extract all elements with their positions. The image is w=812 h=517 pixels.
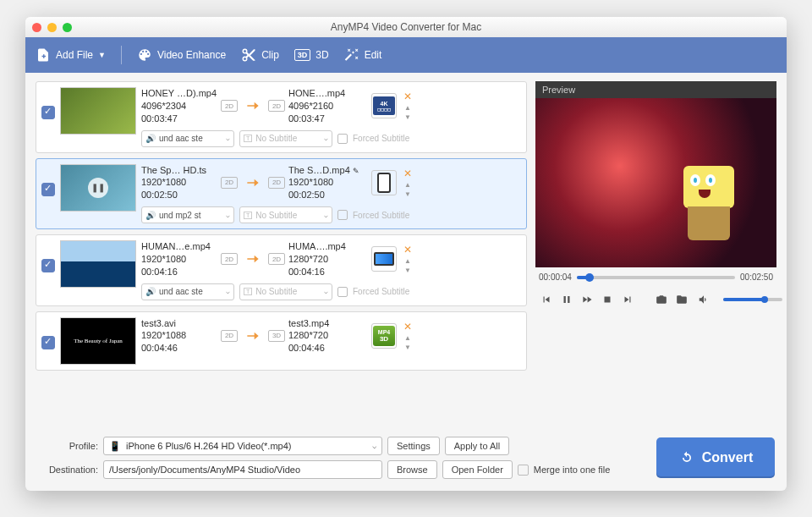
list-item[interactable]: ❚❚ The Sp… HD.ts1920*108000:02:50 2D 2D …: [36, 158, 527, 230]
profile-select[interactable]: 📱 iPhone 6 Plus/6 H.264 HD Video(*.mp4) …: [103, 437, 382, 455]
preview-seek-slider[interactable]: [577, 276, 735, 279]
fast-forward-icon[interactable]: [581, 294, 593, 305]
profile-label: Profile:: [37, 441, 98, 451]
item-thumbnail[interactable]: ❚❚: [60, 164, 136, 212]
open-folder-button[interactable]: Open Folder: [442, 460, 513, 479]
profile-value: iPhone 6 Plus/6 H.264 HD Video(*.mp4): [126, 441, 291, 451]
output-format-icon[interactable]: MP43D: [371, 323, 397, 349]
refresh-icon: [678, 449, 695, 466]
titlebar: AnyMP4 Video Converter for Mac: [25, 17, 787, 37]
remove-item-icon[interactable]: ✕: [403, 321, 412, 333]
forced-subtitle-label: Forced Subtitle: [353, 211, 409, 220]
move-down-icon[interactable]: ▼: [404, 113, 411, 121]
pause-icon[interactable]: [561, 294, 573, 305]
item-thumbnail[interactable]: The Beauty of Japan: [60, 317, 136, 365]
source-info: The Sp… HD.ts1920*108000:02:50: [141, 164, 217, 202]
dest-mode-tag: 3D: [268, 330, 285, 342]
remove-item-icon[interactable]: ✕: [403, 168, 412, 179]
move-down-icon[interactable]: ▼: [404, 344, 411, 351]
preview-screen[interactable]: [535, 98, 776, 267]
subtitle-select[interactable]: TNo Subtitle⌵: [239, 283, 332, 300]
item-checkbox[interactable]: [41, 336, 55, 349]
add-file-button[interactable]: Add File ▼: [36, 47, 106, 63]
three-d-icon: 3D: [294, 49, 311, 61]
source-mode-tag: 2D: [221, 253, 238, 265]
audio-track-select[interactable]: 🔊und aac ste⌵: [141, 130, 234, 147]
list-item[interactable]: HONEY …D).mp44096*230400:03:47 2D 2D HON…: [36, 81, 527, 153]
file-list: HONEY …D).mp44096*230400:03:47 2D 2D HON…: [36, 81, 527, 426]
next-icon[interactable]: [622, 294, 634, 305]
clip-label: Clip: [261, 49, 279, 61]
app-window: AnyMP4 Video Converter for Mac Add File …: [25, 17, 787, 491]
preview-label: Preview: [535, 81, 776, 98]
output-format-icon[interactable]: 4K◻◻◻◻: [371, 93, 397, 118]
source-mode-tag: 2D: [221, 177, 238, 189]
edit-label: Edit: [365, 49, 382, 61]
scissors-icon: [241, 47, 256, 63]
item-thumbnail[interactable]: [60, 87, 136, 135]
output-format-icon[interactable]: [371, 246, 397, 272]
forced-subtitle-label: Forced Subtitle: [353, 134, 409, 143]
palette-icon: [137, 47, 152, 63]
destination-value: /Users/jonly/Documents/AnyMP4 Studio/Vid…: [109, 465, 300, 475]
dest-mode-tag: 2D: [268, 253, 285, 265]
add-file-caret-icon[interactable]: ▼: [98, 51, 106, 59]
video-enhance-button[interactable]: Video Enhance: [137, 47, 226, 63]
merge-label: Merge into one file: [534, 465, 611, 475]
edit-button[interactable]: Edit: [344, 47, 382, 63]
item-checkbox[interactable]: [41, 183, 55, 196]
three-d-button[interactable]: 3D 3D: [294, 49, 329, 61]
settings-button[interactable]: Settings: [387, 437, 440, 455]
audio-track-select[interactable]: 🔊und mp2 st⌵: [141, 206, 234, 223]
three-d-label: 3D: [315, 49, 328, 61]
edit-name-icon[interactable]: ✎: [353, 167, 359, 175]
volume-slider[interactable]: [723, 298, 782, 301]
convert-button[interactable]: Convert: [656, 437, 775, 478]
dest-mode-tag: 2D: [268, 100, 285, 112]
stop-icon[interactable]: [601, 294, 613, 305]
add-file-icon: [36, 47, 51, 63]
move-up-icon[interactable]: ▲: [404, 104, 411, 112]
subtitle-select[interactable]: TNo Subtitle⌵: [239, 130, 332, 147]
move-down-icon[interactable]: ▼: [404, 267, 411, 274]
move-up-icon[interactable]: ▲: [404, 257, 411, 265]
prev-icon[interactable]: [540, 294, 552, 305]
volume-icon[interactable]: [698, 294, 710, 305]
audio-track-select[interactable]: 🔊und aac ste⌵: [141, 283, 234, 300]
source-info: HONEY …D).mp44096*230400:03:47: [141, 87, 217, 125]
subtitle-icon: T: [244, 212, 252, 219]
move-down-icon[interactable]: ▼: [404, 190, 411, 198]
item-thumbnail[interactable]: [60, 240, 136, 288]
profile-phone-icon: 📱: [109, 441, 121, 452]
preview-controls: [535, 287, 776, 312]
move-up-icon[interactable]: ▲: [404, 181, 411, 189]
source-mode-tag: 2D: [221, 330, 238, 342]
item-checkbox[interactable]: [41, 106, 55, 119]
remove-item-icon[interactable]: ✕: [403, 244, 412, 256]
output-format-icon[interactable]: [371, 170, 397, 195]
forced-subtitle-checkbox[interactable]: [337, 134, 348, 144]
apply-to-all-button[interactable]: Apply to All: [445, 437, 509, 455]
remove-item-icon[interactable]: ✕: [403, 91, 412, 102]
time-current: 00:00:04: [539, 272, 572, 282]
clip-button[interactable]: Clip: [241, 47, 279, 63]
source-mode-tag: 2D: [221, 100, 238, 112]
browse-button[interactable]: Browse: [387, 460, 437, 479]
preview-timebar: 00:00:04 00:02:50: [535, 267, 776, 287]
item-checkbox[interactable]: [41, 259, 55, 272]
forced-subtitle-checkbox[interactable]: [337, 287, 348, 297]
toolbar: Add File ▼ Video Enhance Clip 3D 3D Edit: [25, 37, 787, 73]
merge-checkbox[interactable]: [518, 465, 529, 476]
chevron-down-icon: ⌵: [372, 442, 376, 450]
arrow-icon: [241, 174, 265, 191]
subtitle-select[interactable]: TNo Subtitle⌵: [239, 206, 332, 223]
dest-mode-tag: 2D: [268, 177, 285, 189]
list-item[interactable]: The Beauty of Japan test3.avi1920*108800…: [36, 311, 527, 371]
list-item[interactable]: HUMAN…e.mp41920*108000:04:16 2D 2D HUMA……: [36, 234, 527, 306]
folder-icon[interactable]: [676, 294, 688, 305]
snapshot-icon[interactable]: [656, 294, 667, 305]
move-up-icon[interactable]: ▲: [404, 334, 411, 342]
forced-subtitle-checkbox[interactable]: [337, 210, 348, 220]
destination-input[interactable]: /Users/jonly/Documents/AnyMP4 Studio/Vid…: [103, 460, 382, 479]
arrow-icon: [241, 327, 265, 344]
